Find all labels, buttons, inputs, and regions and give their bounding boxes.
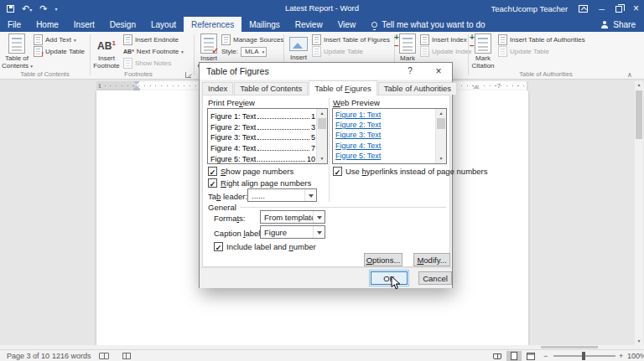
add-text-icon <box>34 34 43 45</box>
customize-qat-button[interactable]: ▾ <box>55 6 57 12</box>
read-mode-button[interactable] <box>490 351 505 361</box>
footnotes-dialog-launcher[interactable] <box>185 72 191 78</box>
collapse-ribbon-button[interactable]: ∧ <box>627 71 632 79</box>
insert-footnote-button[interactable]: AB1 Insert Footnote <box>92 34 121 70</box>
listbox-scrollbar[interactable]: ▲ ▼ <box>435 109 446 163</box>
scroll-down-icon[interactable]: ▼ <box>436 155 446 162</box>
restore-button[interactable] <box>615 6 622 13</box>
macro-status-icon[interactable] <box>122 353 131 359</box>
dialog-tab-table-of-authorities[interactable]: Table of Authorities <box>378 82 457 95</box>
style-selector[interactable]: Style: MLA▾ <box>221 46 267 57</box>
tab-design[interactable]: Design <box>102 17 143 32</box>
tab-layout[interactable]: Layout <box>143 17 184 32</box>
undo-button[interactable]: ↶▾ <box>22 4 32 13</box>
print-preview-row: Figure 4: Text7 <box>210 142 315 152</box>
zoom-level[interactable]: 100% <box>627 351 644 361</box>
zoom-slider[interactable] <box>553 355 615 357</box>
tab-home[interactable]: Home <box>29 17 66 32</box>
right-indent-marker[interactable] <box>473 85 480 89</box>
tab-file[interactable]: File <box>0 17 29 32</box>
scrollbar-thumb[interactable] <box>318 118 326 129</box>
right-align-page-numbers-checkbox[interactable]: ✓ Right align page numbers <box>208 178 311 188</box>
listbox-scrollbar[interactable]: ▲ ▼ <box>316 109 327 163</box>
tab-mailings[interactable]: Mailings <box>242 17 288 32</box>
modify-button[interactable]: Modify... <box>413 253 450 266</box>
vertical-scrollbar[interactable]: ▲ ▼ <box>635 81 643 345</box>
style-dropdown[interactable]: MLA▾ <box>241 47 267 57</box>
table-of-contents-button[interactable]: Table of Contents ▾ <box>2 34 32 70</box>
tab-references[interactable]: References <box>184 17 242 32</box>
proofing-status-icon[interactable] <box>99 353 109 359</box>
scrollbar-thumb[interactable] <box>437 118 445 129</box>
zoom-out-button[interactable]: − <box>543 351 548 361</box>
use-hyperlinks-checkbox[interactable]: ✓ Use hyperlinks instead of page numbers <box>333 167 488 176</box>
show-page-numbers-checkbox[interactable]: ✓ Show page numbers <box>208 167 293 176</box>
ribbon-tab-bar: File Home Insert Design Layout Reference… <box>0 17 644 32</box>
add-text-button[interactable]: Add Text▾ <box>34 34 76 45</box>
dialog-tab-strip: Index Table of Contents Table of Figures… <box>202 80 449 95</box>
show-notes-button[interactable]: Show Notes <box>123 58 171 69</box>
ribbon-display-options-icon[interactable] <box>579 5 588 13</box>
caption-label-dropdown[interactable]: Figure <box>260 225 325 239</box>
zoom-slider-thumb[interactable] <box>582 352 585 360</box>
checkbox-checked-icon: ✓ <box>333 167 342 176</box>
caption-label-label: Caption label: <box>214 229 262 238</box>
first-line-indent-marker[interactable] <box>133 81 140 85</box>
tab-view[interactable]: View <box>330 17 364 32</box>
minimize-button[interactable]: ─ <box>599 4 605 13</box>
redo-button[interactable]: ↷ <box>39 4 47 13</box>
print-layout-button[interactable] <box>506 351 522 361</box>
scroll-up-icon[interactable]: ▲ <box>436 110 446 117</box>
scroll-down-icon[interactable]: ▼ <box>317 155 327 162</box>
tab-review[interactable]: Review <box>288 17 330 32</box>
word-window: ↶▾ ↷ ▾ Latest Report - Word TeachUcomp T… <box>0 0 644 361</box>
ok-button[interactable]: OK <box>371 271 408 285</box>
next-footnote-button[interactable]: AB* Next Footnote▾ <box>123 46 184 57</box>
dialog-tab-index[interactable]: Index <box>202 82 233 95</box>
update-table-toa-button[interactable]: ! Update Table <box>498 46 549 57</box>
mark-citation-button[interactable]: +− Mark Citation <box>470 34 496 70</box>
chevron-down-icon <box>313 226 325 238</box>
page-indicator[interactable]: Page 3 of 10 <box>7 351 49 361</box>
vertical-scrollbar-thumb[interactable] <box>636 90 642 139</box>
close-button[interactable]: × <box>633 3 639 13</box>
update-table-icon: ! <box>34 46 43 57</box>
tell-me-box[interactable]: Tell me what you want to do <box>363 17 493 32</box>
cancel-button[interactable]: Cancel <box>418 271 452 285</box>
share-button[interactable]: Share <box>593 17 644 32</box>
scroll-down-icon[interactable]: ▼ <box>635 338 643 345</box>
save-icon[interactable] <box>7 5 14 13</box>
tab-leader-dropdown[interactable]: ...... <box>247 188 317 202</box>
update-index-button[interactable]: ! Update Index <box>420 46 472 57</box>
options-button[interactable]: Options... <box>364 253 402 266</box>
update-table-button[interactable]: ! Update Table <box>34 46 85 57</box>
dialog-help-button[interactable]: ? <box>402 63 418 80</box>
scroll-up-icon[interactable]: ▲ <box>317 110 327 117</box>
update-table-captions-button[interactable]: ! Update Table <box>312 46 363 57</box>
dialog-tab-table-of-figures[interactable]: Table of Figures <box>309 80 377 95</box>
dialog-tab-table-of-contents[interactable]: Table of Contents <box>234 82 308 95</box>
include-label-and-number-checkbox[interactable]: ✓ Include label and number <box>214 242 316 251</box>
web-layout-button[interactable] <box>523 351 538 361</box>
tab-insert[interactable]: Insert <box>66 17 102 32</box>
word-count[interactable]: 1216 words <box>52 351 91 361</box>
web-preview-label: Web Preview <box>333 98 380 107</box>
manage-sources-icon <box>221 34 231 45</box>
manage-sources-button[interactable]: Manage Sources <box>221 34 283 45</box>
scroll-up-icon[interactable]: ▲ <box>635 81 643 89</box>
update-table-icon: ! <box>498 46 507 57</box>
insert-table-of-figures-button[interactable]: Insert Table of Figures <box>312 34 390 45</box>
signed-in-user[interactable]: TeachUcomp Teacher <box>491 4 569 13</box>
dialog-close-button[interactable]: × <box>428 63 449 80</box>
zoom-in-button[interactable]: + <box>619 351 623 361</box>
print-preview-listbox[interactable]: Figure 1: Text1 Figure 2: Text3 Figure 3… <box>207 108 328 164</box>
insert-index-button[interactable]: Insert Index <box>420 34 467 45</box>
horizontal-scrollbar-thumb[interactable] <box>541 346 598 348</box>
formats-dropdown[interactable]: From template <box>260 210 325 224</box>
web-preview-row: Figure 1: Text <box>335 110 434 120</box>
update-table-icon: ! <box>312 46 321 57</box>
insert-table-of-authorities-button[interactable]: Insert Table of Authorities <box>498 34 585 45</box>
web-preview-listbox[interactable]: Figure 1: Text Figure 2: Text Figure 3: … <box>332 108 447 164</box>
insert-endnote-button[interactable]: Insert Endnote <box>123 34 179 45</box>
checkbox-checked-icon: ✓ <box>208 178 217 188</box>
